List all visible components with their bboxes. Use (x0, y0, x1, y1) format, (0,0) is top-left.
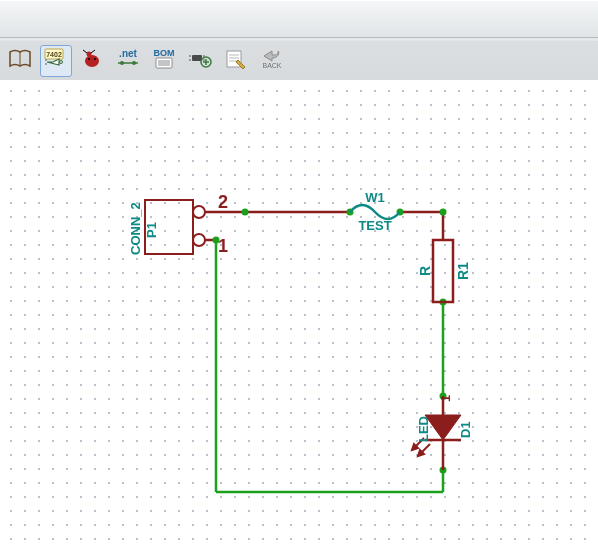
connector-name: CONN_2 (128, 202, 143, 255)
annotate-icon: 7402 (43, 48, 69, 74)
resistor-ref: R1 (455, 262, 471, 280)
cvpcb-button[interactable] (184, 45, 216, 77)
svg-point-2 (60, 61, 63, 64)
bom-button[interactable]: BOM (148, 45, 180, 77)
svg-rect-20 (192, 55, 202, 61)
back-button[interactable]: BACK (256, 45, 288, 77)
svg-point-8 (94, 58, 96, 60)
svg-point-7 (88, 58, 90, 60)
junction (242, 209, 249, 216)
toolbar-area: 7402 .net (0, 0, 598, 82)
svg-text:BACK: BACK (262, 62, 281, 69)
led-name: LED (416, 416, 431, 442)
erc-button[interactable] (76, 45, 108, 77)
component-connector[interactable]: 2 1 CONN_2 P1 (128, 192, 228, 256)
svg-line-10 (91, 50, 95, 53)
connector-ref: P1 (144, 222, 159, 238)
svg-point-43 (193, 234, 205, 246)
svg-point-5 (85, 55, 99, 67)
schematic-canvas[interactable]: 2 1 CONN_2 P1 W1 TEST R R1 (0, 80, 598, 552)
run-cvpcb-icon (188, 48, 212, 74)
run-pcbnew-icon (224, 48, 248, 74)
erc-check-icon (81, 48, 103, 74)
svg-text:BOM: BOM (154, 48, 175, 58)
junction (440, 209, 447, 216)
resistor-name: R (417, 266, 433, 276)
component-wire[interactable]: W1 TEST (350, 190, 400, 233)
netlist-button[interactable]: .net (112, 45, 144, 77)
svg-point-6 (87, 52, 92, 57)
led-pin1: 1 (438, 395, 453, 402)
net-bottom (216, 240, 443, 492)
bom-icon: BOM (150, 48, 178, 74)
netlist-icon: .net (114, 48, 142, 74)
svg-rect-44 (433, 240, 453, 302)
svg-point-14 (132, 61, 136, 65)
library-browser-button[interactable] (4, 45, 36, 77)
pcbnew-button[interactable] (220, 45, 252, 77)
main-toolbar: 7402 .net (4, 44, 288, 78)
pin-2-number: 2 (218, 192, 228, 212)
library-browser-icon (8, 48, 32, 74)
component-resistor[interactable]: R R1 (417, 240, 471, 302)
pin-1-number: 1 (218, 236, 228, 256)
led-ref: D1 (458, 421, 473, 438)
annotate-button[interactable]: 7402 (40, 45, 72, 77)
back-icon: BACK (258, 48, 286, 74)
schematic-drawing: 2 1 CONN_2 P1 W1 TEST R R1 (0, 80, 598, 552)
svg-line-9 (83, 50, 87, 53)
svg-text:.net: .net (119, 48, 137, 59)
svg-point-13 (120, 61, 124, 65)
component-led[interactable]: 1 LED D1 (412, 395, 473, 470)
wire-ref: W1 (365, 190, 385, 205)
svg-text:7402: 7402 (46, 51, 62, 58)
svg-point-42 (193, 206, 205, 218)
top-strip (0, 1, 598, 38)
net-top (199, 212, 443, 240)
wire-value: TEST (358, 218, 391, 233)
